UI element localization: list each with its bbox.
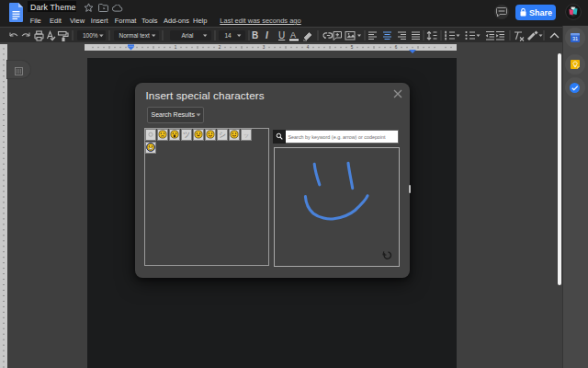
svg-text:100%: 100% bbox=[83, 31, 98, 38]
svg-text:ツ: ツ bbox=[183, 131, 190, 139]
svg-text:Normal text: Normal text bbox=[119, 31, 150, 38]
svg-text:B: B bbox=[252, 30, 258, 40]
svg-text:シ: シ bbox=[219, 131, 226, 139]
svg-text:14: 14 bbox=[225, 31, 232, 38]
svg-text:U: U bbox=[278, 30, 285, 40]
svg-text:31: 31 bbox=[572, 36, 578, 41]
svg-text:A: A bbox=[290, 30, 296, 40]
svg-text:1: 1 bbox=[175, 45, 177, 50]
svg-text:Arial: Arial bbox=[182, 31, 195, 38]
svg-text:5: 5 bbox=[351, 45, 354, 50]
svg-text:4: 4 bbox=[307, 45, 310, 50]
svg-text:6: 6 bbox=[395, 45, 398, 50]
svg-text:ッ: ッ bbox=[243, 132, 250, 138]
svg-text:3: 3 bbox=[263, 45, 266, 50]
svg-text:2: 2 bbox=[219, 45, 221, 50]
svg-text:I: I bbox=[266, 30, 268, 40]
